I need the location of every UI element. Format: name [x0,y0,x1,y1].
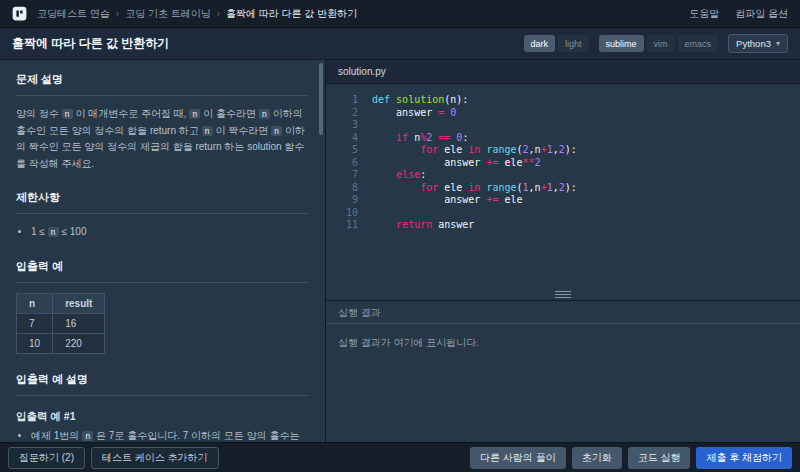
chevron-down-icon: ▾ [776,39,780,48]
line-number: 8 [332,182,358,195]
editor-result-splitter[interactable] [326,288,800,300]
breadcrumb-separator-icon: › [217,8,220,19]
splitter-handle-icon [555,291,571,298]
inline-code: n [189,109,200,119]
code-text: answer += ele [372,194,523,207]
example-1-list: 예제 1번의 n 은 7로 홀수입니다. 7 이하의 모든 양의 홀수는 1, … [31,428,309,443]
inline-code: n [62,109,73,119]
topbar-right: 도움말 컴파일 옵션 [689,7,788,21]
breadcrumb: 코딩테스트 연습 › 코딩 기초 트레이닝 › 홀짝에 따라 다른 값 반환하기 [37,7,357,21]
add-testcase-button[interactable]: 테스트 케이스 추가하기 [91,447,219,469]
code-editor[interactable]: 1def solution(n):2 answer = 034 if n%2 =… [326,84,800,288]
constraints-list: 1 ≤ n ≤ 100 [31,224,309,241]
example-1-title: 입출력 예 #1 [16,410,309,424]
keymap-vim-button[interactable]: vim [647,35,675,52]
keymap-toggle-group: sublime vim emacs [599,35,719,52]
breadcrumb-item-course[interactable]: 코딩 기초 트레이닝 [125,7,211,21]
code-line[interactable]: 6 answer += ele**2 [332,157,800,170]
editor-tab-bar: solution.py [326,60,800,84]
scrollbar-thumb[interactable] [319,63,323,135]
table-cell: 7 [17,313,53,333]
section-description: 문제 설명 양의 정수 n 이 매개변수로 주어질 때, n 이 홀수라면 n … [16,72,309,172]
editor-tab-solution[interactable]: solution.py [338,66,386,77]
keymap-sublime-button[interactable]: sublime [599,35,644,52]
code-line[interactable]: 5 for ele in range(2,n+1,2): [332,144,800,157]
result-header: 실행 결과 [326,300,800,324]
section-title-io: 입출력 예 [16,259,309,283]
section-title-io-description: 입출력 예 설명 [16,372,309,396]
code-text: def solution(n): [372,94,468,107]
code-line[interactable]: 1def solution(n): [332,94,800,107]
theme-toggle-group: dark light [524,35,589,52]
code-line[interactable]: 11 return answer [332,219,800,232]
theme-dark-button[interactable]: dark [524,35,556,52]
run-code-button[interactable]: 코드 실행 [628,447,691,469]
code-line[interactable]: 4 if n%2 == 0: [332,132,800,145]
title-bar: 홀짝에 따라 다른 값 반환하기 dark light sublime vim … [0,28,800,60]
footer-bar: 질문하기 (2) 테스트 케이스 추가하기 다른 사람의 풀이 초기화 코드 실… [0,442,800,472]
code-line[interactable]: 9 answer += ele [332,194,800,207]
inline-code: n [271,126,282,136]
inline-code: n [259,109,270,119]
language-select[interactable]: Python3 ▾ [728,34,788,53]
language-select-value: Python3 [736,38,771,49]
io-table-header-cell: n [17,293,53,313]
top-navbar: 코딩테스트 연습 › 코딩 기초 트레이닝 › 홀짝에 따라 다른 값 반환하기… [0,0,800,28]
problem-description-text: 양의 정수 n 이 매개변수로 주어질 때, n 이 홀수라면 n 이하의 홀수… [16,106,309,172]
theme-light-button[interactable]: light [558,35,589,52]
inline-code: n [82,431,93,441]
example-1-text: 예제 1번의 n 은 7로 홀수입니다. 7 이하의 모든 양의 홀수는 1, … [31,428,309,443]
inline-code: n [48,227,59,237]
section-constraints: 제한사항 1 ≤ n ≤ 100 [16,190,309,241]
help-link[interactable]: 도움말 [689,7,719,21]
editor-controls: dark light sublime vim emacs Python3 ▾ [524,34,788,53]
code-text: answer += ele**2 [372,157,541,170]
line-number: 7 [332,169,358,182]
page-title: 홀짝에 따라 다른 값 반환하기 [12,35,169,52]
code-line[interactable]: 2 answer = 0 [332,107,800,120]
result-placeholder: 실행 결과가 여기에 표시됩니다. [326,324,800,442]
io-table-header-row: nresult [17,293,105,313]
code-text: for ele in range(1,n+1,2): [372,182,577,195]
code-line[interactable]: 8 for ele in range(1,n+1,2): [332,182,800,195]
code-text: for ele in range(2,n+1,2): [372,144,577,157]
table-cell: 16 [53,313,105,333]
main-area: 문제 설명 양의 정수 n 이 매개변수로 주어질 때, n 이 홀수라면 n … [0,60,800,442]
problem-panel[interactable]: 문제 설명 양의 정수 n 이 매개변수로 주어질 때, n 이 홀수라면 n … [0,60,326,442]
table-cell: 10 [17,333,53,353]
section-io-examples: 입출력 예 nresult 71610220 [16,259,309,354]
breadcrumb-item-practice[interactable]: 코딩테스트 연습 [37,7,110,21]
table-row: 10220 [17,333,105,353]
breadcrumb-item-current[interactable]: 홀짝에 따라 다른 값 반환하기 [226,7,357,21]
table-cell: 220 [53,333,105,353]
line-number: 9 [332,194,358,207]
code-text: return answer [372,219,474,232]
submit-button[interactable]: 제출 후 채점하기 [696,447,792,469]
code-text: else: [372,169,426,182]
line-number: 11 [332,219,358,232]
ask-question-button[interactable]: 질문하기 (2) [8,447,85,469]
line-number: 10 [332,207,358,220]
line-number: 6 [332,157,358,170]
line-number: 3 [332,119,358,132]
line-number: 4 [332,132,358,145]
io-table-header-cell: result [53,293,105,313]
app-window: 코딩테스트 연습 › 코딩 기초 트레이닝 › 홀짝에 따라 다른 값 반환하기… [0,0,800,472]
compile-options-link[interactable]: 컴파일 옵션 [735,7,788,21]
line-number: 1 [332,94,358,107]
logo-icon[interactable] [12,6,27,21]
code-line[interactable]: 10 [332,207,800,220]
section-title-description: 문제 설명 [16,72,309,96]
editor-panel: solution.py 1def solution(n):2 answer = … [326,60,800,442]
keymap-emacs-button[interactable]: emacs [678,35,719,52]
topbar-left: 코딩테스트 연습 › 코딩 기초 트레이닝 › 홀짝에 따라 다른 값 반환하기 [12,6,357,21]
code-line[interactable]: 3 [332,119,800,132]
reset-button[interactable]: 초기화 [572,447,622,469]
inline-code: n [202,126,213,136]
code-text: if n%2 == 0: [372,132,468,145]
code-line[interactable]: 7 else: [332,169,800,182]
other-solutions-button[interactable]: 다른 사람의 풀이 [470,447,566,469]
line-number: 5 [332,144,358,157]
io-table: nresult 71610220 [16,293,105,354]
section-io-description: 입출력 예 설명 입출력 예 #1 예제 1번의 n 은 7로 홀수입니다. 7… [16,372,309,443]
